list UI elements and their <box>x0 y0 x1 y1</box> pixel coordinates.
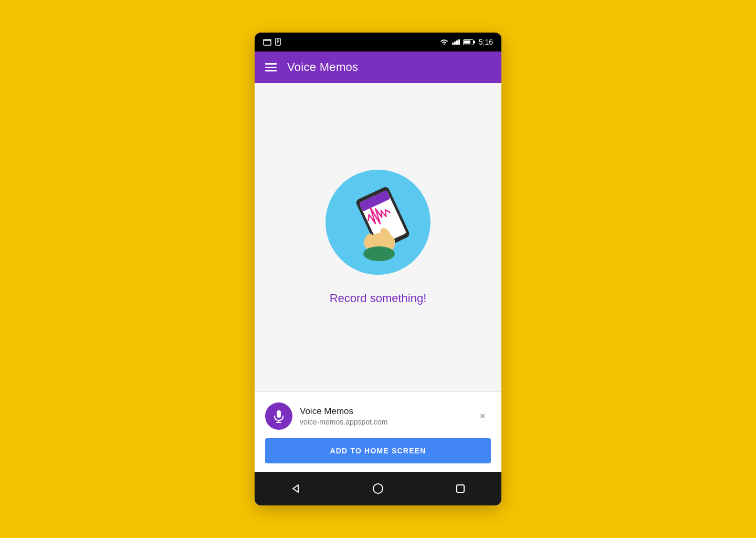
wifi-icon <box>439 38 449 46</box>
phone-frame: 5:16 Voice Memos <box>255 33 501 505</box>
svg-marker-16 <box>293 485 298 492</box>
signal-icon <box>452 39 460 45</box>
sheet-app-name: Voice Memos <box>300 406 474 417</box>
back-button[interactable] <box>284 477 307 500</box>
nav-bar <box>255 472 501 505</box>
app-bar: Voice Memos <box>255 51 501 83</box>
voice-memo-illustration <box>336 180 420 264</box>
sheet-app-url: voice-memos.appspot.com <box>300 418 474 426</box>
svg-rect-2 <box>276 38 280 45</box>
battery-icon <box>463 39 474 45</box>
close-button[interactable]: × <box>474 408 491 425</box>
status-bar: 5:16 <box>255 33 501 51</box>
notification-icon-2 <box>275 38 281 46</box>
app-info: Voice Memos voice-memos.appspot.com <box>300 406 474 426</box>
main-content: Record something! <box>255 83 501 391</box>
back-icon <box>290 483 301 494</box>
notification-icon-1 <box>263 39 271 46</box>
bottom-sheet-header: Voice Memos voice-memos.appspot.com × <box>265 402 491 430</box>
add-to-home-screen-button[interactable]: ADD TO HOME SCREEN <box>265 438 491 463</box>
svg-point-12 <box>363 246 395 261</box>
app-title: Voice Memos <box>287 60 358 74</box>
record-prompt: Record something! <box>330 292 427 305</box>
recents-icon <box>455 483 466 494</box>
illustration-circle <box>326 170 430 275</box>
status-icons: 5:16 <box>439 38 493 46</box>
home-icon <box>372 483 384 494</box>
app-icon-circle <box>265 402 292 430</box>
hamburger-icon[interactable] <box>265 63 277 71</box>
svg-rect-18 <box>457 485 464 492</box>
status-bar-left <box>263 38 435 46</box>
home-button[interactable] <box>366 477 390 500</box>
recents-button[interactable] <box>449 477 472 500</box>
svg-rect-13 <box>277 410 281 418</box>
svg-point-17 <box>373 484 383 493</box>
bottom-sheet: Voice Memos voice-memos.appspot.com × AD… <box>255 391 501 472</box>
mic-icon <box>271 409 286 423</box>
status-time: 5:16 <box>479 38 493 46</box>
